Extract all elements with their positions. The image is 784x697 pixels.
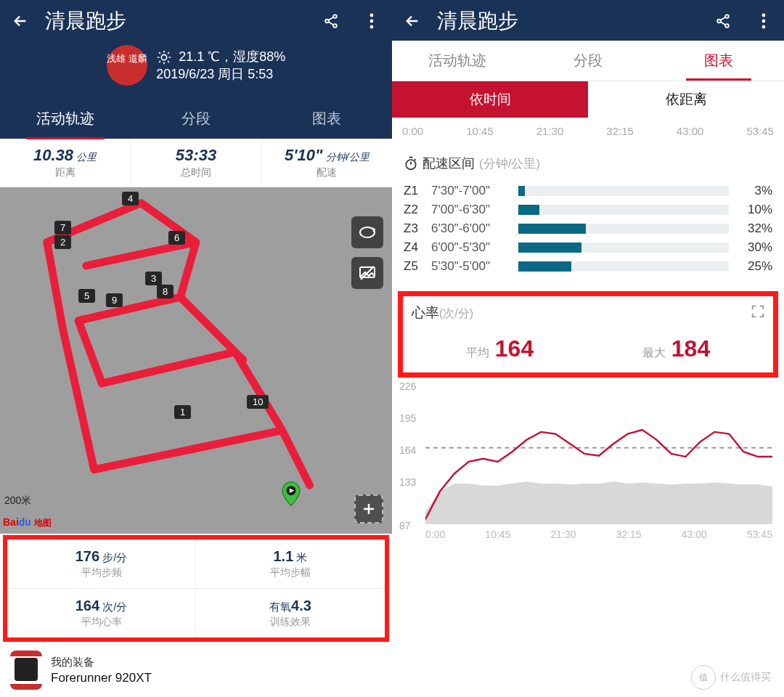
km-marker: 6: [168, 231, 185, 245]
stat-pace: 5'10" 分钟/公里 配速: [262, 139, 392, 187]
app-header-right: 清晨跑步: [392, 0, 784, 41]
device-name: Forerunner 920XT: [51, 671, 152, 685]
km-marker: 7: [54, 221, 71, 235]
share-icon[interactable]: [713, 11, 733, 31]
hr-chart[interactable]: 226 195 164 133 87: [392, 383, 784, 529]
more-icon[interactable]: [754, 11, 774, 31]
cell-training-effect: 有氧4.3 训练效果: [196, 589, 385, 637]
app-header-left: 清晨跑步: [0, 0, 392, 41]
share-icon[interactable]: [321, 11, 341, 31]
watch-icon: [10, 651, 42, 690]
stat-time: 53:33 总时间: [131, 139, 261, 187]
watermark-icon: 值: [691, 665, 716, 690]
activity-subheader: 浅雄 道麟 21.1 ℃，湿度88% 2019/6/23 周日 5:53: [0, 41, 392, 99]
tab-track[interactable]: 活动轨迹: [392, 41, 523, 81]
tab-charts[interactable]: 图表: [653, 41, 784, 81]
cell-avg-hr: 164 次/分 平均心率: [7, 589, 196, 637]
time-axis-header: 0:00 10:45 21:30 32:15 43:00 53:45: [392, 118, 784, 150]
map-view[interactable]: 12746359810 200米 Baidu 地图: [0, 187, 392, 534]
stat-distance: 10.38 公里 距离: [0, 139, 131, 187]
hr-highlight-box: 心率(次/分) 平均164 最大184: [398, 291, 778, 378]
tab-track[interactable]: 活动轨迹: [0, 99, 131, 139]
svg-point-15: [762, 25, 766, 29]
zone-row: Z55'30"-5'00"25%: [404, 259, 772, 274]
svg-point-5: [370, 25, 374, 29]
map-add-button[interactable]: [354, 494, 383, 523]
km-marker: 4: [122, 192, 139, 205]
pace-zone-title: 配速区间(分钟/公里): [392, 150, 784, 176]
svg-point-6: [162, 54, 167, 60]
back-icon[interactable]: [10, 11, 30, 31]
tabs-left: 活动轨迹 分段 图表: [0, 99, 392, 139]
km-marker: 1: [174, 405, 191, 419]
zone-row: Z36'30"-6'00"32%: [404, 221, 772, 236]
km-marker: 3: [145, 272, 162, 285]
pace-zones: Z17'30"-7'00"3%Z27'00"-6'30"10%Z36'30"-6…: [392, 176, 784, 285]
avatar[interactable]: 浅雄 道麟: [107, 45, 147, 86]
map-loop-button[interactable]: [351, 216, 383, 248]
svg-point-13: [762, 14, 766, 17]
device-row[interactable]: 我的装备 Forerunner 920XT: [0, 643, 392, 697]
cell-stride: 1.1 米 平均步幅: [196, 539, 385, 589]
cell-cadence: 176 步/分 平均步频: [7, 539, 196, 589]
expand-icon[interactable]: [750, 303, 766, 322]
subtab-by-time[interactable]: 依时间: [392, 81, 588, 118]
map-scale: 200米: [4, 494, 31, 508]
km-marker: 5: [78, 289, 95, 303]
back-icon[interactable]: [402, 11, 422, 31]
page-title-left: 清晨跑步: [45, 7, 321, 35]
svg-point-4: [370, 20, 374, 23]
tab-splits[interactable]: 分段: [523, 41, 653, 81]
device-label: 我的装备: [51, 656, 152, 669]
baidu-logo: Baidu 地图: [3, 516, 52, 529]
hr-max: 最大184: [642, 335, 710, 362]
km-marker: 8: [157, 285, 173, 298]
highlighted-stats-box: 176 步/分 平均步频 1.1 米 平均步幅 164 次/分 平均心率 有氧4…: [3, 535, 389, 642]
km-marker: 2: [54, 235, 71, 249]
start-pin-icon: [282, 481, 301, 506]
watermark: 值 什么值得买: [691, 665, 771, 690]
map-layers-button[interactable]: [351, 257, 383, 289]
km-marker: 9: [106, 293, 123, 307]
chart-mode-tabs: 依时间 依距离: [392, 81, 784, 118]
page-title-right: 清晨跑步: [437, 7, 713, 35]
svg-point-14: [762, 20, 766, 23]
km-marker: 10: [247, 395, 269, 409]
tabs-right: 活动轨迹 分段 图表: [392, 41, 784, 81]
tab-splits[interactable]: 分段: [131, 99, 261, 139]
summary-stats: 10.38 公里 距离 53:33 总时间 5'10" 分钟/公里 配速: [0, 139, 392, 187]
svg-point-3: [370, 14, 374, 17]
tab-charts[interactable]: 图表: [261, 99, 392, 139]
more-icon[interactable]: [362, 11, 382, 31]
hr-title: 心率(次/分): [412, 303, 764, 322]
weather-text: 21.1 ℃，湿度88%: [179, 49, 285, 64]
subtab-by-distance[interactable]: 依距离: [588, 81, 784, 118]
zone-row: Z17'30"-7'00"3%: [404, 184, 772, 198]
weather-icon: [156, 49, 172, 65]
zone-row: Z46'00"-5'30"30%: [404, 240, 772, 255]
stopwatch-icon: [404, 156, 418, 171]
hr-chart-xaxis: 0:0010:4521:3032:1543:0053:45: [392, 529, 784, 540]
hr-avg: 平均164: [466, 335, 534, 362]
zone-row: Z27'00"-6'30"10%: [404, 203, 772, 217]
activity-date: 2019/6/23 周日 5:53: [156, 67, 273, 81]
